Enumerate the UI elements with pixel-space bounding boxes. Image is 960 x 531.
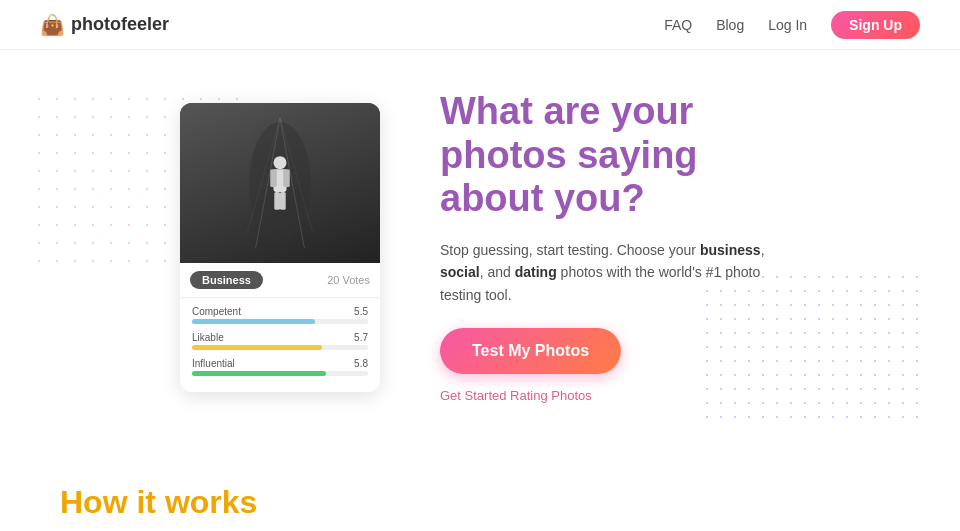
hero-bold-business: business xyxy=(700,242,761,258)
metric-score-competent: 5.5 xyxy=(354,306,368,317)
metric-likable: Likable 5.7 xyxy=(192,332,368,350)
hero-desc-plain: Stop guessing, start testing. Choose you… xyxy=(440,242,700,258)
logo[interactable]: 👜 photofeeler xyxy=(40,13,169,37)
svg-point-5 xyxy=(274,156,287,169)
photo-placeholder xyxy=(180,103,380,263)
nav-login[interactable]: Log In xyxy=(768,17,807,33)
metric-bar-bg-competent xyxy=(192,319,368,324)
test-photos-button[interactable]: Test My Photos xyxy=(440,328,621,374)
nav-links: FAQ Blog Log In Sign Up xyxy=(664,11,920,39)
nav-faq[interactable]: FAQ xyxy=(664,17,692,33)
metric-label-likable: Likable xyxy=(192,332,224,343)
metric-bar-bg-influential xyxy=(192,371,368,376)
hero-sep2: , and xyxy=(480,264,515,280)
metric-bar-influential xyxy=(192,371,326,376)
votes-label: 20 Votes xyxy=(327,274,370,286)
tab-business[interactable]: Business xyxy=(190,271,263,289)
card-image xyxy=(180,103,380,263)
svg-rect-9 xyxy=(274,192,280,210)
logo-text: photofeeler xyxy=(71,14,169,35)
how-title: How it works xyxy=(60,484,900,521)
metric-label-competent: Competent xyxy=(192,306,241,317)
person-illustration xyxy=(240,118,320,248)
svg-rect-10 xyxy=(280,192,286,210)
photo-card: Business 20 Votes Competent 5.5 Likable … xyxy=(180,103,380,392)
how-section: How it works Upload photos, receive scor… xyxy=(0,444,960,531)
rate-photos-link[interactable]: Get Started Rating Photos xyxy=(440,388,592,403)
svg-rect-7 xyxy=(270,169,277,187)
hero-section: Business 20 Votes Competent 5.5 Likable … xyxy=(0,50,960,444)
svg-rect-8 xyxy=(283,169,290,187)
metric-score-likable: 5.7 xyxy=(354,332,368,343)
metric-competent: Competent 5.5 xyxy=(192,306,368,324)
metric-bar-competent xyxy=(192,319,315,324)
nav-blog[interactable]: Blog xyxy=(716,17,744,33)
logo-icon: 👜 xyxy=(40,13,65,37)
metric-label-influential: Influential xyxy=(192,358,235,369)
hero-description: Stop guessing, start testing. Choose you… xyxy=(440,239,780,306)
hero-bold-dating: dating xyxy=(515,264,557,280)
hero-text: What are your photos saying about you? S… xyxy=(440,90,780,404)
card-tabs: Business 20 Votes xyxy=(180,263,380,298)
hero-title: What are your photos saying about you? xyxy=(440,90,780,221)
metric-score-influential: 5.8 xyxy=(354,358,368,369)
hero-sep1: , xyxy=(761,242,765,258)
navigation: 👜 photofeeler FAQ Blog Log In Sign Up xyxy=(0,0,960,50)
metric-bar-likable xyxy=(192,345,322,350)
metric-bar-bg-likable xyxy=(192,345,368,350)
metric-influential: Influential 5.8 xyxy=(192,358,368,376)
hero-bold-social: social xyxy=(440,264,480,280)
signup-button[interactable]: Sign Up xyxy=(831,11,920,39)
card-metrics: Competent 5.5 Likable 5.7 Influential xyxy=(180,298,380,392)
